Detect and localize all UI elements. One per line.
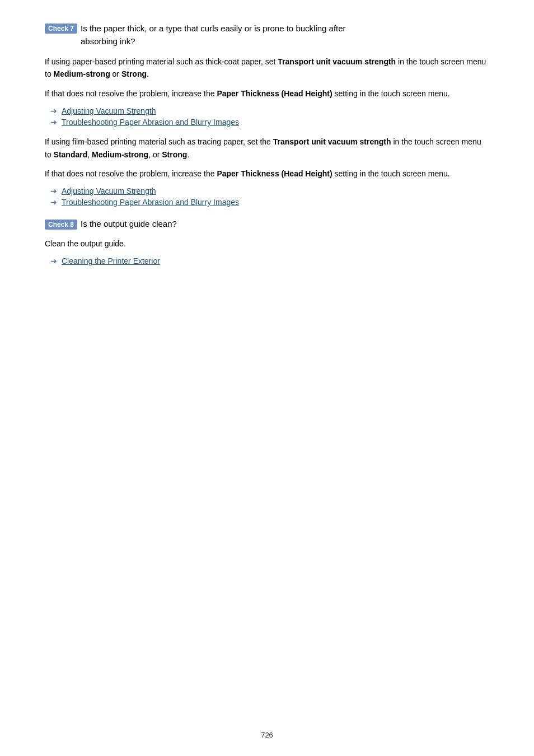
para3-bold1: Transport unit vacuum strength — [273, 137, 391, 146]
check8-badge: Check 8 — [45, 220, 77, 230]
para4-text-after: setting in the touch screen menu. — [332, 169, 450, 178]
link-adjusting-vacuum-2[interactable]: Adjusting Vacuum Strength — [62, 186, 156, 195]
arrow-icon: ➔ — [50, 118, 57, 127]
para3-comma2: , or — [148, 150, 162, 159]
page-number: 726 — [261, 731, 273, 739]
arrow-icon: ➔ — [50, 256, 57, 265]
check8-section: Check 8 Is the output guide clean? Clean… — [45, 218, 489, 265]
para3-bold4: Strong — [162, 150, 187, 159]
para3-period: . — [187, 150, 189, 159]
para1-text-end: or — [110, 69, 121, 78]
para4-bold1: Paper Thickness (Head Height) — [217, 169, 332, 178]
para1-bold3: Strong — [121, 69, 147, 78]
paragraph2: If that does not resolve the problem, in… — [45, 87, 489, 100]
list-item: ➔ Troubleshooting Paper Abrasion and Blu… — [50, 118, 489, 127]
para1-period: . — [147, 69, 149, 78]
arrow-icon: ➔ — [50, 198, 57, 207]
para1-bold1: Transport unit vacuum strength — [278, 57, 396, 66]
para2-bold1: Paper Thickness (Head Height) — [217, 89, 332, 98]
check7-badge: Check 7 — [45, 24, 77, 34]
check7-heading-line1: Is the paper thick, or a type that curls… — [81, 24, 346, 33]
paragraph1: If using paper-based printing material s… — [45, 55, 489, 81]
list-item: ➔ Troubleshooting Paper Abrasion and Blu… — [50, 198, 489, 207]
check7-section: Check 7 Is the paper thick, or a type th… — [45, 22, 489, 207]
para2-text-before: If that does not resolve the problem, in… — [45, 89, 217, 98]
link-list-2: ➔ Adjusting Vacuum Strength ➔ Troublesho… — [45, 186, 489, 207]
list-item: ➔ Adjusting Vacuum Strength — [50, 186, 489, 195]
paragraph4: If that does not resolve the problem, in… — [45, 167, 489, 180]
paragraph3: If using film-based printing material su… — [45, 136, 489, 161]
arrow-icon: ➔ — [50, 106, 57, 115]
list-item: ➔ Adjusting Vacuum Strength — [50, 106, 489, 115]
list-item: ➔ Cleaning the Printer Exterior — [50, 256, 489, 265]
link-troubleshooting-2[interactable]: Troubleshooting Paper Abrasion and Blurr… — [62, 198, 239, 207]
para3-bold2: Standard — [54, 150, 88, 159]
check7-heading-text: Is the paper thick, or a type that curls… — [81, 22, 346, 48]
link-cleaning-exterior[interactable]: Cleaning the Printer Exterior — [62, 256, 160, 265]
para2-text-after: setting in the touch screen menu. — [332, 89, 450, 98]
para3-text-before: If using film-based printing material su… — [45, 137, 273, 146]
check7-heading-line2: absorbing ink? — [81, 36, 135, 46]
link-list-1: ➔ Adjusting Vacuum Strength ➔ Troublesho… — [45, 106, 489, 127]
paragraph5: Clean the output guide. — [45, 237, 489, 250]
para1-text-before: If using paper-based printing material s… — [45, 57, 278, 66]
page-container: Check 7 Is the paper thick, or a type th… — [0, 0, 534, 310]
para3-comma1: , — [87, 150, 92, 159]
arrow-icon: ➔ — [50, 186, 57, 195]
para3-bold3: Medium-strong — [92, 150, 148, 159]
check8-heading-text: Is the output guide clean? — [81, 218, 177, 231]
link-adjusting-vacuum-1[interactable]: Adjusting Vacuum Strength — [62, 106, 156, 115]
check7-heading: Check 7 Is the paper thick, or a type th… — [45, 22, 489, 48]
para4-text-before: If that does not resolve the problem, in… — [45, 169, 217, 178]
para1-bold2: Medium-strong — [54, 69, 110, 78]
link-troubleshooting-1[interactable]: Troubleshooting Paper Abrasion and Blurr… — [62, 118, 239, 127]
link-list-3: ➔ Cleaning the Printer Exterior — [45, 256, 489, 265]
check8-heading: Check 8 Is the output guide clean? — [45, 218, 489, 231]
